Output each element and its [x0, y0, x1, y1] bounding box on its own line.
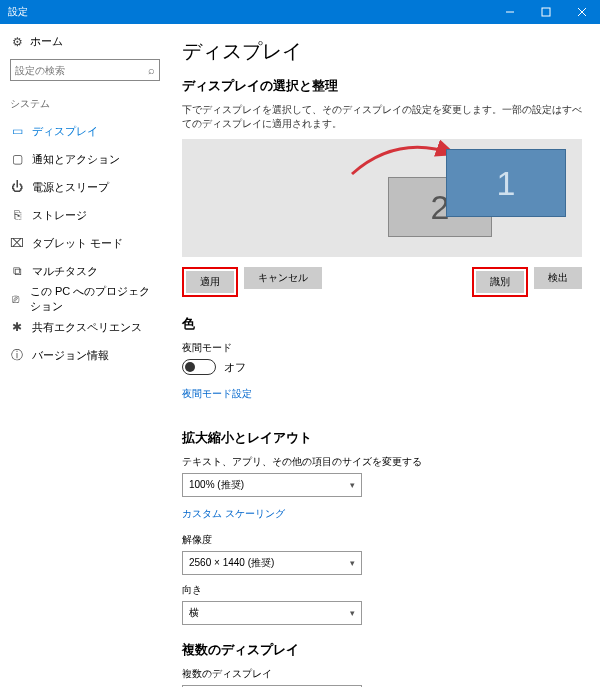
resolution-label: 解像度 [182, 533, 582, 547]
minimize-button[interactable] [492, 0, 528, 24]
display-arrangement[interactable]: 2 1 [182, 139, 582, 257]
storage-icon: ⎘ [10, 208, 24, 222]
display-1[interactable]: 1 [446, 149, 566, 217]
svg-rect-1 [542, 8, 550, 16]
identify-button[interactable]: 識別 [476, 271, 524, 293]
highlight-apply: 適用 [182, 267, 238, 297]
share-icon: ✱ [10, 320, 24, 334]
chevron-down-icon: ▾ [350, 558, 355, 568]
window-title: 設定 [8, 5, 28, 19]
sidebar-item-shared[interactable]: ✱共有エクスペリエンス [10, 313, 160, 341]
page-title: ディスプレイ [182, 38, 582, 65]
home-label: ホーム [30, 34, 63, 49]
category-label: システム [10, 97, 160, 111]
multi-heading: 複数のディスプレイ [182, 641, 582, 659]
chevron-down-icon: ▾ [350, 608, 355, 618]
project-icon: ⎚ [10, 292, 22, 306]
color-heading: 色 [182, 315, 582, 333]
search-field[interactable] [15, 65, 148, 76]
window-buttons [492, 0, 600, 24]
titlebar: 設定 [0, 0, 600, 24]
custom-scaling-link[interactable]: カスタム スケーリング [182, 507, 285, 521]
resolution-select[interactable]: 2560 × 1440 (推奨)▾ [182, 551, 362, 575]
detect-button[interactable]: 検出 [534, 267, 582, 289]
night-mode-label: 夜間モード [182, 341, 582, 355]
night-mode-settings-link[interactable]: 夜間モード設定 [182, 387, 252, 401]
display-icon: ▭ [10, 124, 24, 138]
orientation-label: 向き [182, 583, 582, 597]
scale-label: テキスト、アプリ、その他の項目のサイズを変更する [182, 455, 582, 469]
search-icon: ⌕ [148, 64, 155, 76]
arrange-buttons: 適用 キャンセル 識別 検出 [182, 267, 582, 297]
multi-label: 複数のディスプレイ [182, 667, 582, 681]
notify-icon: ▢ [10, 152, 24, 166]
arrange-heading: ディスプレイの選択と整理 [182, 77, 582, 95]
tablet-icon: ⌧ [10, 236, 24, 250]
power-icon: ⏻ [10, 180, 24, 194]
home-button[interactable]: ⚙ ホーム [10, 34, 160, 49]
sidebar-item-about[interactable]: ⓘバージョン情報 [10, 341, 160, 369]
highlight-identify: 識別 [472, 267, 528, 297]
content: ディスプレイ ディスプレイの選択と整理 下でディスプレイを選択して、そのディスプ… [170, 24, 600, 687]
sidebar-item-projection[interactable]: ⎚この PC へのプロジェクション [10, 285, 160, 313]
sidebar-item-tablet[interactable]: ⌧タブレット モード [10, 229, 160, 257]
sidebar-item-display[interactable]: ▭ディスプレイ [10, 117, 160, 145]
arrange-desc: 下でディスプレイを選択して、そのディスプレイの設定を変更します。一部の設定はすべ… [182, 103, 582, 131]
night-mode-toggle[interactable] [182, 359, 216, 375]
sidebar-item-notifications[interactable]: ▢通知とアクション [10, 145, 160, 173]
cancel-button[interactable]: キャンセル [244, 267, 322, 289]
multitask-icon: ⧉ [10, 264, 24, 278]
chevron-down-icon: ▾ [350, 480, 355, 490]
sidebar-item-power[interactable]: ⏻電源とスリープ [10, 173, 160, 201]
night-mode-state: オフ [224, 360, 246, 375]
sidebar-item-storage[interactable]: ⎘ストレージ [10, 201, 160, 229]
sidebar-item-multitask[interactable]: ⧉マルチタスク [10, 257, 160, 285]
close-button[interactable] [564, 0, 600, 24]
info-icon: ⓘ [10, 347, 24, 364]
orientation-select[interactable]: 横▾ [182, 601, 362, 625]
scale-heading: 拡大縮小とレイアウト [182, 429, 582, 447]
scale-select[interactable]: 100% (推奨)▾ [182, 473, 362, 497]
sidebar: ⚙ ホーム ⌕ システム ▭ディスプレイ ▢通知とアクション ⏻電源とスリープ … [0, 24, 170, 687]
maximize-button[interactable] [528, 0, 564, 24]
apply-button[interactable]: 適用 [186, 271, 234, 293]
gear-icon: ⚙ [10, 35, 24, 49]
search-input[interactable]: ⌕ [10, 59, 160, 81]
